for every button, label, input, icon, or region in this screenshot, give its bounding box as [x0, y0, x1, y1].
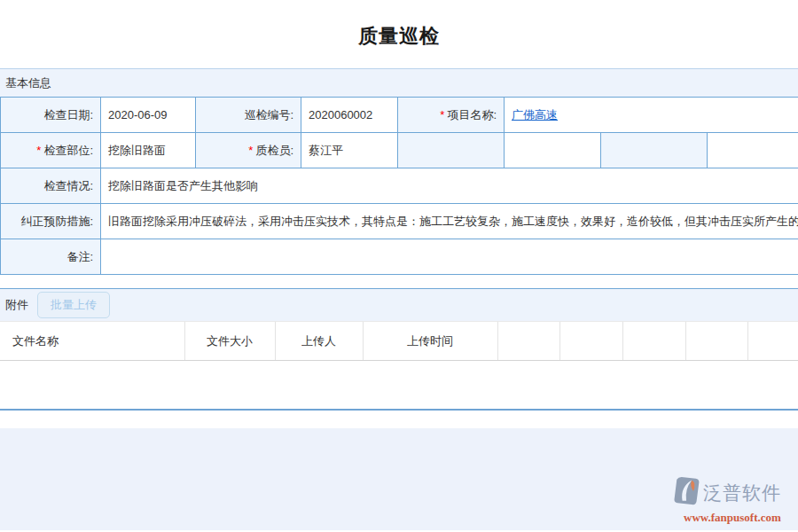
remark-value — [101, 239, 798, 275]
project-name-label: *项目名称: — [398, 98, 505, 133]
attachments-table: 文件名称 文件大小 上传人 上传时间 — [0, 321, 798, 361]
situation-label: 检查情况: — [1, 168, 101, 204]
project-name-cell: 广佛高速 — [505, 98, 798, 133]
col-empty — [747, 322, 798, 361]
col-upload-time: 上传时间 — [363, 322, 497, 361]
brand-url: www.fanpusoft.com — [672, 511, 793, 525]
attachments-section-title: 附件 — [5, 297, 28, 313]
corrective-label: 纠正预防措施: — [1, 204, 101, 239]
check-date-value: 2020-06-09 — [101, 98, 196, 133]
check-date-label: 检查日期: — [1, 98, 101, 133]
table-row: 备注: — [1, 239, 798, 275]
attachments-section-bar: 附件 批量上传 — [0, 288, 798, 321]
table-row: *检查部位: 挖除旧路面 *质检员: 蔡江平 — [1, 133, 798, 168]
table-row: 检查日期: 2020-06-09 巡检编号: 2020060002 *项目名称:… — [1, 98, 798, 133]
col-empty — [685, 322, 747, 361]
corrective-value: 旧路面挖除采用冲压破碎法，采用冲击压实技术，其特点是：施工工艺较复杂，施工速度快… — [101, 204, 798, 239]
col-file-size: 文件大小 — [184, 322, 275, 361]
empty-label-cell — [398, 133, 505, 168]
check-part-value: 挖除旧路面 — [101, 133, 196, 168]
empty-value-cell — [505, 133, 601, 168]
attachments-header-row: 文件名称 文件大小 上传人 上传时间 — [0, 322, 798, 361]
fanpu-logo-icon — [672, 476, 700, 510]
situation-value: 挖除旧路面是否产生其他影响 — [101, 168, 798, 204]
required-asterisk: * — [248, 144, 253, 157]
page-header: 质量巡检 — [0, 0, 798, 68]
section-gap — [0, 411, 798, 428]
inspector-value: 蔡江平 — [301, 133, 398, 168]
col-empty — [497, 322, 559, 361]
col-uploader: 上传人 — [275, 322, 363, 361]
footer-area: 泛普软件 www.fanpusoft.com — [0, 428, 798, 530]
table-row: 检查情况: 挖除旧路面是否产生其他影响 — [1, 168, 798, 204]
check-part-label: *检查部位: — [1, 133, 101, 168]
batch-upload-button[interactable]: 批量上传 — [37, 292, 110, 318]
table-row: 纠正预防措施: 旧路面挖除采用冲压破碎法，采用冲击压实技术，其特点是：施工工艺较… — [1, 204, 798, 239]
empty-value-cell — [708, 133, 798, 168]
remark-label: 备注: — [1, 239, 101, 275]
basic-info-section-bar: 基本信息 — [0, 68, 798, 97]
section-gap — [0, 275, 798, 288]
col-file-name: 文件名称 — [0, 322, 184, 361]
col-empty — [559, 322, 622, 361]
brand-watermark: 泛普软件 www.fanpusoft.com — [672, 476, 793, 525]
page-title: 质量巡检 — [358, 25, 440, 47]
basic-info-section-title: 基本信息 — [5, 76, 51, 90]
attachments-empty-body — [0, 361, 798, 409]
required-asterisk: * — [440, 108, 444, 121]
empty-label-cell — [601, 133, 708, 168]
project-name-link[interactable]: 广佛高速 — [512, 108, 558, 121]
patrol-no-label: 巡检编号: — [196, 98, 301, 133]
brand-name: 泛普软件 — [703, 481, 781, 505]
patrol-no-value: 2020060002 — [301, 98, 398, 133]
basic-info-table: 检查日期: 2020-06-09 巡检编号: 2020060002 *项目名称:… — [0, 97, 798, 275]
required-asterisk: * — [36, 144, 41, 157]
inspector-label: *质检员: — [196, 133, 301, 168]
col-empty — [622, 322, 685, 361]
